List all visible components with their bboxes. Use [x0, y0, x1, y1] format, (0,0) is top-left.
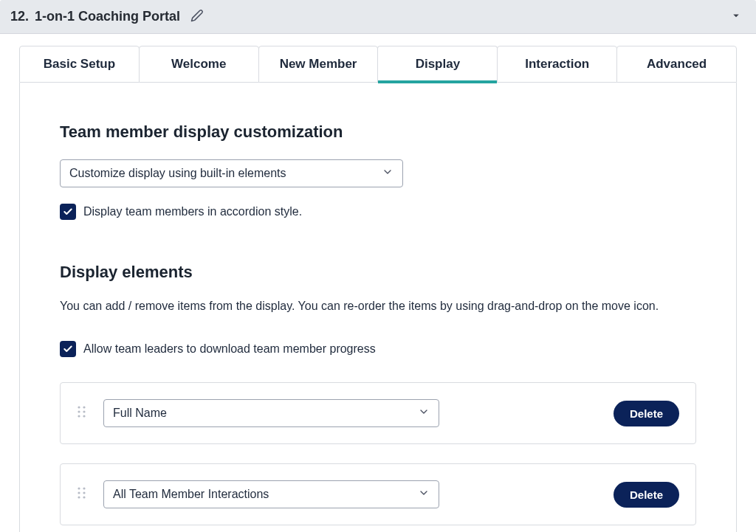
- svg-point-11: [83, 496, 85, 498]
- content-wrap: Basic Setup Welcome New Member Display I…: [0, 46, 756, 532]
- panel-body: Team member display customization Custom…: [19, 83, 737, 532]
- chevron-down-icon: [418, 487, 430, 502]
- accordion-checkbox-row: Display team members in accordion style.: [60, 204, 696, 220]
- element-select[interactable]: Full Name: [103, 399, 439, 427]
- section-title-elements: Display elements: [60, 263, 696, 282]
- element-card: All Team Member Interactions Delete: [60, 463, 696, 525]
- elements-list: Full Name Delete: [60, 382, 696, 525]
- tab-basic-setup[interactable]: Basic Setup: [19, 46, 140, 83]
- accordion-checkbox[interactable]: [60, 204, 76, 220]
- edit-title-icon[interactable]: [190, 9, 204, 25]
- delete-button[interactable]: Delete: [614, 482, 679, 508]
- drag-handle-icon[interactable]: [77, 405, 87, 421]
- svg-point-7: [83, 487, 85, 489]
- svg-point-2: [78, 410, 80, 412]
- delete-button[interactable]: Delete: [614, 401, 679, 426]
- element-select-value: Full Name: [113, 407, 167, 419]
- download-checkbox-row: Allow team leaders to download team memb…: [60, 341, 696, 357]
- display-mode-select[interactable]: Customize display using built-in element…: [60, 159, 403, 187]
- element-card: Full Name Delete: [60, 382, 696, 444]
- svg-point-6: [78, 487, 80, 489]
- display-mode-select-value: Customize display using built-in element…: [69, 167, 286, 179]
- drag-handle-icon[interactable]: [77, 486, 87, 502]
- tab-display[interactable]: Display: [377, 46, 498, 83]
- svg-point-9: [83, 491, 85, 494]
- panel-header-left: 12. 1-on-1 Coaching Portal: [10, 9, 204, 25]
- tab-interaction[interactable]: Interaction: [497, 46, 617, 83]
- svg-point-3: [83, 410, 85, 412]
- element-select[interactable]: All Team Member Interactions: [103, 480, 439, 508]
- collapse-panel-icon[interactable]: [729, 9, 743, 25]
- svg-point-0: [78, 406, 80, 408]
- tabs: Basic Setup Welcome New Member Display I…: [19, 46, 737, 83]
- panel-header: 12. 1-on-1 Coaching Portal: [0, 0, 756, 34]
- svg-point-8: [78, 491, 80, 494]
- svg-point-5: [83, 415, 85, 417]
- svg-point-4: [78, 415, 80, 417]
- panel-title: 1-on-1 Coaching Portal: [35, 9, 180, 24]
- panel-index: 12.: [10, 9, 29, 24]
- svg-point-10: [78, 496, 80, 498]
- elements-description: You can add / remove items from the disp…: [60, 300, 696, 313]
- accordion-checkbox-label: Display team members in accordion style.: [83, 205, 302, 218]
- section-title-customization: Team member display customization: [60, 122, 696, 142]
- tab-advanced[interactable]: Advanced: [616, 46, 737, 83]
- chevron-down-icon: [418, 406, 430, 421]
- download-checkbox[interactable]: [60, 341, 76, 357]
- download-checkbox-label: Allow team leaders to download team memb…: [83, 342, 376, 356]
- chevron-down-icon: [382, 166, 394, 181]
- tab-new-member[interactable]: New Member: [258, 46, 379, 83]
- tab-welcome[interactable]: Welcome: [139, 46, 259, 83]
- svg-point-1: [83, 406, 85, 408]
- element-select-value: All Team Member Interactions: [113, 488, 269, 500]
